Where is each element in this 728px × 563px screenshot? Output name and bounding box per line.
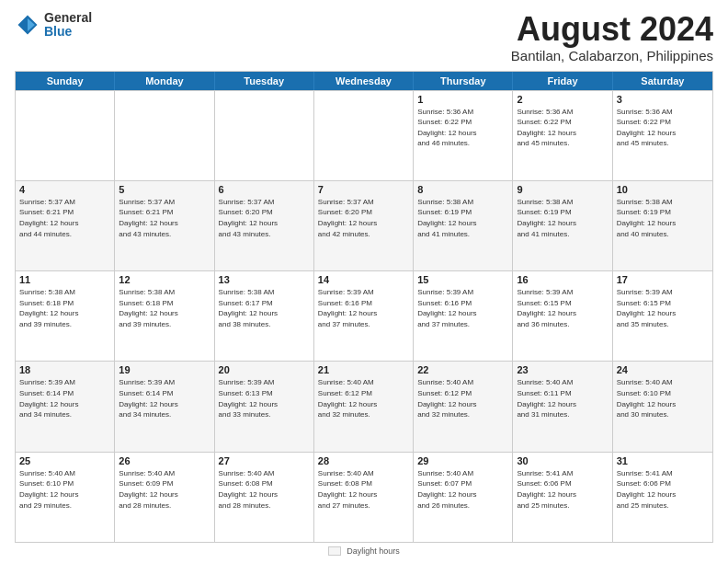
day-number: 17 — [617, 274, 709, 285]
day-number: 15 — [417, 274, 508, 285]
calendar-cell: 28Sunrise: 5:40 AM Sunset: 6:08 PM Dayli… — [314, 453, 414, 542]
day-info: Sunrise: 5:41 AM Sunset: 6:06 PM Dayligh… — [517, 468, 608, 511]
day-number: 1 — [417, 94, 508, 105]
day-number: 14 — [318, 274, 409, 285]
calendar-cell: 29Sunrise: 5:40 AM Sunset: 6:07 PM Dayli… — [414, 453, 513, 542]
day-info: Sunrise: 5:40 AM Sunset: 6:10 PM Dayligh… — [617, 377, 709, 419]
day-info: Sunrise: 5:37 AM Sunset: 6:21 PM Dayligh… — [19, 197, 110, 239]
calendar-cell: 23Sunrise: 5:40 AM Sunset: 6:11 PM Dayli… — [513, 362, 612, 451]
day-number: 10 — [617, 184, 709, 195]
calendar-cell: 27Sunrise: 5:40 AM Sunset: 6:08 PM Dayli… — [215, 453, 314, 542]
logo-blue: Blue — [44, 25, 92, 39]
calendar-cell: 5Sunrise: 5:37 AM Sunset: 6:21 PM Daylig… — [115, 181, 214, 270]
day-number: 13 — [219, 274, 310, 285]
calendar-week-row: 11Sunrise: 5:38 AM Sunset: 6:18 PM Dayli… — [16, 270, 712, 361]
page: General Blue August 2024 Bantilan, Calab… — [0, 0, 728, 563]
day-info: Sunrise: 5:40 AM Sunset: 6:11 PM Dayligh… — [517, 377, 608, 419]
day-info: Sunrise: 5:36 AM Sunset: 6:22 PM Dayligh… — [417, 107, 508, 149]
day-number: 24 — [617, 364, 709, 375]
calendar-week-row: 18Sunrise: 5:39 AM Sunset: 6:14 PM Dayli… — [16, 361, 712, 451]
day-number: 30 — [517, 455, 608, 466]
title-block: August 2024 Bantilan, Calabarzon, Philip… — [511, 11, 713, 63]
day-number: 18 — [19, 364, 110, 375]
header: General Blue August 2024 Bantilan, Calab… — [15, 11, 713, 63]
calendar-week-row: 25Sunrise: 5:40 AM Sunset: 6:10 PM Dayli… — [16, 452, 712, 542]
calendar-cell: 10Sunrise: 5:38 AM Sunset: 6:19 PM Dayli… — [613, 181, 712, 270]
calendar-cell: 12Sunrise: 5:38 AM Sunset: 6:18 PM Dayli… — [115, 271, 214, 361]
day-number: 16 — [517, 274, 608, 285]
calendar-week-row: 1Sunrise: 5:36 AM Sunset: 6:22 PM Daylig… — [16, 90, 712, 180]
day-info: Sunrise: 5:39 AM Sunset: 6:16 PM Dayligh… — [318, 287, 409, 329]
day-info: Sunrise: 5:40 AM Sunset: 6:12 PM Dayligh… — [417, 377, 508, 419]
subtitle: Bantilan, Calabarzon, Philippines — [511, 48, 713, 63]
calendar-week-row: 4Sunrise: 5:37 AM Sunset: 6:21 PM Daylig… — [16, 180, 712, 270]
day-info: Sunrise: 5:38 AM Sunset: 6:19 PM Dayligh… — [517, 197, 608, 239]
day-info: Sunrise: 5:39 AM Sunset: 6:15 PM Dayligh… — [517, 287, 608, 329]
calendar-day-header: Monday — [115, 72, 214, 90]
day-info: Sunrise: 5:36 AM Sunset: 6:22 PM Dayligh… — [617, 107, 709, 149]
calendar-cell: 14Sunrise: 5:39 AM Sunset: 6:16 PM Dayli… — [314, 271, 414, 361]
day-number: 6 — [219, 184, 310, 195]
calendar-cell: 13Sunrise: 5:38 AM Sunset: 6:17 PM Dayli… — [215, 271, 314, 361]
calendar-day-header: Tuesday — [215, 72, 314, 90]
calendar-cell — [115, 91, 214, 180]
day-info: Sunrise: 5:38 AM Sunset: 6:18 PM Dayligh… — [119, 287, 210, 329]
day-info: Sunrise: 5:40 AM Sunset: 6:12 PM Dayligh… — [318, 377, 409, 419]
calendar-cell: 25Sunrise: 5:40 AM Sunset: 6:10 PM Dayli… — [16, 453, 115, 542]
calendar-cell: 17Sunrise: 5:39 AM Sunset: 6:15 PM Dayli… — [613, 271, 712, 361]
day-number: 3 — [617, 94, 709, 105]
calendar-cell: 22Sunrise: 5:40 AM Sunset: 6:12 PM Dayli… — [414, 362, 513, 451]
calendar-cell: 26Sunrise: 5:40 AM Sunset: 6:09 PM Dayli… — [115, 453, 214, 542]
calendar-cell: 31Sunrise: 5:41 AM Sunset: 6:06 PM Dayli… — [613, 453, 712, 542]
day-info: Sunrise: 5:38 AM Sunset: 6:17 PM Dayligh… — [219, 287, 310, 329]
calendar-cell: 24Sunrise: 5:40 AM Sunset: 6:10 PM Dayli… — [613, 362, 712, 451]
calendar-cell: 8Sunrise: 5:38 AM Sunset: 6:19 PM Daylig… — [414, 181, 513, 270]
calendar-cell: 30Sunrise: 5:41 AM Sunset: 6:06 PM Dayli… — [513, 453, 612, 542]
day-number: 20 — [219, 364, 310, 375]
calendar-day-header: Sunday — [16, 72, 115, 90]
calendar-cell: 9Sunrise: 5:38 AM Sunset: 6:19 PM Daylig… — [513, 181, 612, 270]
day-info: Sunrise: 5:40 AM Sunset: 6:08 PM Dayligh… — [318, 468, 409, 511]
logo-general: General — [44, 11, 92, 25]
day-info: Sunrise: 5:37 AM Sunset: 6:20 PM Dayligh… — [219, 197, 310, 239]
day-number: 25 — [19, 455, 110, 466]
day-info: Sunrise: 5:39 AM Sunset: 6:15 PM Dayligh… — [617, 287, 709, 329]
calendar-day-header: Thursday — [414, 72, 513, 90]
day-number: 5 — [119, 184, 210, 195]
calendar-cell: 1Sunrise: 5:36 AM Sunset: 6:22 PM Daylig… — [414, 91, 513, 180]
day-info: Sunrise: 5:40 AM Sunset: 6:09 PM Dayligh… — [119, 468, 210, 511]
day-info: Sunrise: 5:37 AM Sunset: 6:21 PM Dayligh… — [119, 197, 210, 239]
day-number: 12 — [119, 274, 210, 285]
calendar-cell — [215, 91, 314, 180]
calendar-cell: 4Sunrise: 5:37 AM Sunset: 6:21 PM Daylig… — [16, 181, 115, 270]
calendar-day-header: Wednesday — [314, 72, 414, 90]
logo: General Blue — [15, 11, 92, 40]
calendar-cell: 2Sunrise: 5:36 AM Sunset: 6:22 PM Daylig… — [513, 91, 612, 180]
main-title: August 2024 — [511, 11, 713, 48]
day-number: 8 — [417, 184, 508, 195]
calendar-cell: 19Sunrise: 5:39 AM Sunset: 6:14 PM Dayli… — [115, 362, 214, 451]
day-number: 29 — [417, 455, 508, 466]
calendar-cell: 21Sunrise: 5:40 AM Sunset: 6:12 PM Dayli… — [314, 362, 414, 451]
legend-label: Daylight hours — [347, 546, 400, 556]
day-info: Sunrise: 5:38 AM Sunset: 6:19 PM Dayligh… — [617, 197, 709, 239]
calendar-body: 1Sunrise: 5:36 AM Sunset: 6:22 PM Daylig… — [16, 90, 712, 542]
calendar-cell: 16Sunrise: 5:39 AM Sunset: 6:15 PM Dayli… — [513, 271, 612, 361]
calendar-cell: 7Sunrise: 5:37 AM Sunset: 6:20 PM Daylig… — [314, 181, 414, 270]
calendar-cell — [16, 91, 115, 180]
calendar-cell: 20Sunrise: 5:39 AM Sunset: 6:13 PM Dayli… — [215, 362, 314, 451]
calendar-day-header: Saturday — [613, 72, 712, 90]
day-info: Sunrise: 5:39 AM Sunset: 6:14 PM Dayligh… — [19, 377, 110, 419]
day-number: 9 — [517, 184, 608, 195]
day-info: Sunrise: 5:36 AM Sunset: 6:22 PM Dayligh… — [517, 107, 608, 149]
day-number: 23 — [517, 364, 608, 375]
calendar-cell — [314, 91, 414, 180]
day-number: 26 — [119, 455, 210, 466]
day-number: 7 — [318, 184, 409, 195]
day-info: Sunrise: 5:39 AM Sunset: 6:13 PM Dayligh… — [219, 377, 310, 419]
day-number: 19 — [119, 364, 210, 375]
calendar-cell: 15Sunrise: 5:39 AM Sunset: 6:16 PM Dayli… — [414, 271, 513, 361]
day-info: Sunrise: 5:37 AM Sunset: 6:20 PM Dayligh… — [318, 197, 409, 239]
day-info: Sunrise: 5:38 AM Sunset: 6:19 PM Dayligh… — [417, 197, 508, 239]
logo-icon — [15, 12, 40, 38]
